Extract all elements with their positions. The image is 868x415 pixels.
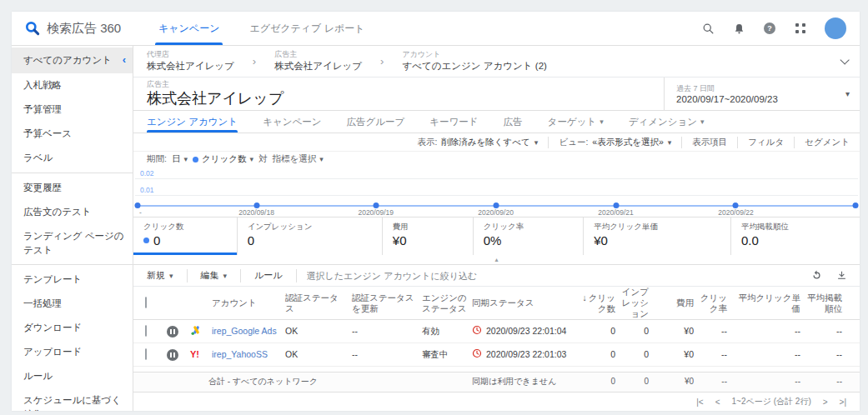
engine-status-value: 有効	[422, 326, 472, 337]
period-dropdown[interactable]: 日 ▾	[172, 153, 188, 165]
caret-down-icon: ▾	[183, 155, 188, 163]
filter-button[interactable]: フィルタ	[737, 137, 794, 148]
yahoo-icon: Y!	[190, 349, 212, 361]
totals-impressions: 0	[620, 377, 654, 388]
x-axis-origin-label: -	[139, 208, 142, 217]
data-point[interactable]	[373, 202, 379, 208]
chart-metric-dropdown[interactable]: クリック数 ▾	[193, 153, 253, 165]
metric-card-ctr[interactable]: クリック率 0%	[473, 218, 583, 255]
totals-avg-cpc: --	[732, 377, 805, 388]
pagination-last-icon[interactable]: >|	[840, 398, 846, 407]
data-point[interactable]	[253, 202, 259, 208]
columns-button[interactable]: 表示項目	[681, 137, 737, 148]
data-point[interactable]	[852, 202, 858, 208]
sidebar-item-uploads[interactable]: アップロード	[12, 340, 133, 364]
header-sync-status[interactable]: 同期ステータス	[472, 298, 582, 308]
header-cost[interactable]: 費用	[654, 298, 699, 308]
caret-down-icon: ▾	[249, 155, 253, 163]
chevron-down-icon[interactable]	[840, 55, 849, 64]
sidebar-collapse-icon[interactable]: ‹	[123, 52, 126, 68]
tab-campaigns[interactable]: キャンペーン	[263, 111, 321, 132]
tab-engine-accounts[interactable]: エンジン アカウント	[147, 111, 238, 132]
header-engine-status[interactable]: エンジンのステータス	[422, 292, 472, 314]
new-button[interactable]: 新規 ▾	[133, 269, 188, 282]
sidebar-item-bulk-operations[interactable]: 一括処理	[12, 292, 133, 316]
metric-card-cost[interactable]: 費用 ¥0	[382, 218, 473, 255]
metric-card-avg-position[interactable]: 平均掲載順位 0.0	[730, 218, 860, 255]
caret-down-icon: ▾	[169, 272, 173, 280]
refresh-icon[interactable]	[811, 270, 822, 281]
sidebar-item-scheduled-edits[interactable]: スケジュールに基づく編集	[12, 388, 133, 411]
data-point[interactable]	[493, 202, 499, 208]
sidebar-item-templates[interactable]: テンプレート	[12, 268, 133, 292]
sidebar-item-landing-page-tests[interactable]: ランディング ページのテスト	[12, 224, 133, 262]
breadcrumb-advertiser[interactable]: 広告主 株式会社アイレップ	[274, 50, 362, 72]
header-avg-cpc[interactable]: 平均クリック単価	[732, 292, 805, 314]
collapse-chart-icon[interactable]: ▴	[494, 257, 498, 263]
row-checkbox[interactable]	[145, 348, 147, 360]
table-filter-input[interactable]	[297, 271, 811, 281]
auth-status-value: OK	[285, 326, 352, 337]
row-checkbox[interactable]	[145, 325, 147, 337]
data-point[interactable]	[135, 202, 141, 208]
account-link[interactable]: irep_YahooSS	[212, 349, 268, 359]
metric-card-impressions[interactable]: インプレッション 0	[237, 218, 382, 255]
tab-dimensions[interactable]: ディメンション▾	[629, 111, 705, 132]
topnav-tab-campaigns[interactable]: キャンペーン	[158, 12, 219, 45]
header-account[interactable]: アカウント	[212, 298, 285, 308]
pagination-next-icon[interactable]: >	[823, 398, 828, 407]
header-auth-status[interactable]: 認証ステータス	[285, 292, 352, 314]
view-format-dropdown[interactable]: ビュー: «表示形式を選択» ▾	[548, 137, 681, 148]
series-color-dot	[193, 157, 198, 162]
pagination-first-icon[interactable]: |<	[696, 398, 703, 407]
sidebar-item-downloads[interactable]: ダウンロード	[12, 316, 133, 340]
show-filter-dropdown[interactable]: 表示: 削除済みを除くすべて ▾	[407, 137, 548, 148]
sidebar-item-budget-pacing[interactable]: 予算ベース	[12, 122, 133, 146]
pagination: |< < 1~2ページ (合計 2行) > >|	[133, 392, 860, 411]
breadcrumb-agency[interactable]: 代理店 株式会社アイレップ	[147, 50, 234, 72]
product-logo[interactable]: 検索広告 360	[12, 12, 133, 45]
engine-accounts-table: アカウント 認証ステータス 認証ステータスを更新 エンジンのステータス 同期ステ…	[133, 287, 860, 411]
data-point[interactable]	[733, 202, 739, 208]
header-impressions[interactable]: インプレッション	[620, 287, 654, 319]
breadcrumb-account[interactable]: アカウント すべてのエンジン アカウント (2)	[402, 50, 546, 72]
topnav-tab-executive-report[interactable]: エグゼクティブ レポート	[249, 12, 364, 45]
segment-button[interactable]: セグメント	[794, 137, 860, 148]
auth-status-update-value: --	[352, 326, 422, 337]
edit-button[interactable]: 編集 ▾	[188, 269, 242, 282]
rules-button[interactable]: ルール	[241, 269, 297, 282]
compare-metric-dropdown[interactable]: 指標を選択 ▾	[272, 153, 323, 165]
pagination-prev-icon[interactable]: <	[715, 398, 720, 407]
search-icon[interactable]	[701, 22, 715, 35]
sidebar-item-change-history[interactable]: 変更履歴	[12, 176, 133, 200]
avg-cpc-value: --	[732, 349, 805, 360]
header-auth-status-update[interactable]: 認証ステータスを更新	[352, 292, 422, 314]
tab-targets[interactable]: ターゲット▾	[548, 111, 604, 132]
download-icon[interactable]	[836, 270, 847, 281]
sidebar-item-bid-strategies[interactable]: 入札戦略	[12, 73, 133, 98]
sidebar-item-all-accounts[interactable]: すべてのアカウント ‹	[12, 48, 133, 73]
ctr-value: --	[699, 349, 732, 360]
sidebar-item-budget-management[interactable]: 予算管理	[12, 98, 133, 122]
data-point[interactable]	[613, 202, 619, 208]
header-avg-position[interactable]: 平均掲載順位	[805, 292, 847, 314]
header-ctr[interactable]: クリック率	[699, 292, 732, 314]
account-link[interactable]: irep_Google Ads	[212, 326, 277, 336]
header-clicks[interactable]: ↓クリック数	[582, 292, 620, 314]
sidebar-item-labels[interactable]: ラベル	[12, 146, 133, 170]
sidebar-item-ad-copy-tests[interactable]: 広告文のテスト	[12, 200, 133, 224]
tab-keywords[interactable]: キーワード	[429, 111, 478, 132]
notifications-bell-icon[interactable]	[732, 22, 745, 35]
select-all-checkbox[interactable]	[145, 297, 147, 308]
date-range-picker[interactable]: 過去 7 日間 2020/09/17~2020/09/23 ▾	[664, 78, 860, 110]
tab-ad-groups[interactable]: 広告グループ	[346, 111, 404, 132]
user-avatar[interactable]	[825, 18, 846, 39]
metric-card-clicks[interactable]: クリック数 0	[133, 218, 237, 255]
help-icon[interactable]: ?	[763, 22, 776, 35]
ctr-value: --	[699, 326, 732, 337]
sidebar-item-rules[interactable]: ルール	[12, 364, 133, 388]
tab-ads[interactable]: 広告	[504, 111, 523, 132]
metric-card-avg-cpc[interactable]: 平均クリック単価 ¥0	[583, 218, 730, 255]
apps-grid-icon[interactable]	[794, 22, 807, 35]
x-axis-tick: 2020/09/19	[358, 208, 394, 217]
